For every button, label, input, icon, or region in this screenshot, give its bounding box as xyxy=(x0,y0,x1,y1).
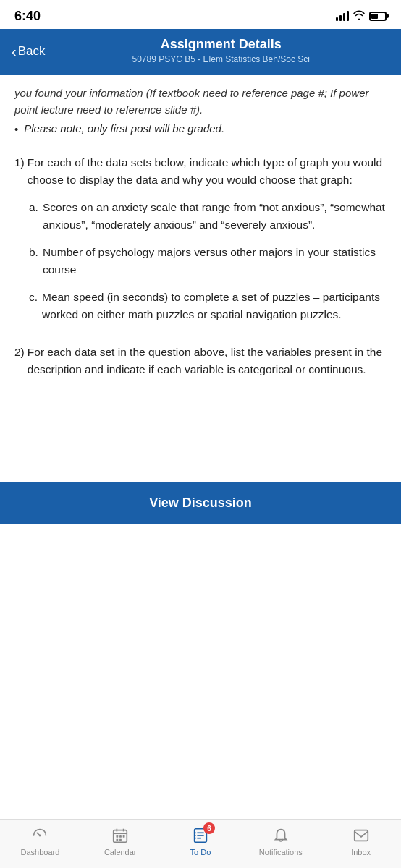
nav-label-dashboard: Dashboard xyxy=(20,848,59,856)
header-center: Assignment Details 50789 PSYC B5 - Elem … xyxy=(52,37,389,65)
sub-b-label: b. xyxy=(29,244,38,260)
bullet-item-1: Please note, only first post will be gra… xyxy=(14,121,387,138)
battery-icon xyxy=(369,12,387,21)
inbox-icon xyxy=(351,825,371,846)
question-2-block: 2) For each data set in the question abo… xyxy=(14,344,387,378)
sub-question-a: a. Scores on an anxiety scale that range… xyxy=(29,199,387,234)
nav-item-notifications[interactable]: Notifications xyxy=(240,825,321,856)
svg-rect-17 xyxy=(354,830,368,841)
nav-item-calendar[interactable]: Calendar xyxy=(80,825,161,856)
svg-point-0 xyxy=(39,835,41,837)
nav-item-dashboard[interactable]: Dashboard xyxy=(0,825,80,856)
nav-label-calendar: Calendar xyxy=(104,848,137,856)
question-2-row: 2) For each data set in the question abo… xyxy=(14,344,387,378)
content-area: you found your information (If textbook … xyxy=(0,75,401,468)
dashboard-icon xyxy=(30,825,50,846)
sub-question-c: c. Mean speed (in seconds) to complete a… xyxy=(29,289,387,323)
question-1-text: For each of the data sets below, indicat… xyxy=(28,154,387,189)
view-discussion-bar[interactable]: View Discussion xyxy=(0,482,401,524)
question-1-row: 1) For each of the data sets below, indi… xyxy=(14,154,387,189)
nav-label-todo: To Do xyxy=(190,848,211,856)
status-bar: 6:40 xyxy=(0,0,401,29)
status-time: 6:40 xyxy=(14,9,41,24)
nav-label-inbox: Inbox xyxy=(351,848,371,856)
sub-b-text: Number of psychology majors versus other… xyxy=(43,244,387,278)
sub-question-b: b. Number of psychology majors versus ot… xyxy=(29,244,387,278)
header-subtitle: 50789 PSYC B5 - Elem Statistics Beh/Soc … xyxy=(52,54,389,66)
svg-rect-8 xyxy=(119,839,122,841)
nav-item-todo[interactable]: 6 To Do xyxy=(161,825,241,856)
sub-a-label: a. xyxy=(29,199,38,216)
status-icons xyxy=(336,10,387,22)
sub-c-text: Mean speed (in seconds) to complete a se… xyxy=(42,289,387,323)
notifications-icon xyxy=(271,825,291,846)
bullet-text-1: Please note, only first post will be gra… xyxy=(24,121,224,137)
signal-bars-icon xyxy=(336,11,349,21)
bottom-nav: Dashboard Calendar xyxy=(0,819,401,868)
todo-badge: 6 xyxy=(203,822,215,834)
svg-rect-5 xyxy=(117,835,119,838)
svg-rect-9 xyxy=(123,835,125,838)
question-2-text: For each data set in the question above,… xyxy=(28,344,387,378)
nav-label-notifications: Notifications xyxy=(259,848,303,856)
todo-icon: 6 xyxy=(190,825,211,846)
question-1-number: 1) xyxy=(14,154,25,171)
question-2-number: 2) xyxy=(14,344,25,360)
back-chevron-icon: ‹ xyxy=(12,43,17,60)
svg-rect-7 xyxy=(117,839,119,841)
intro-text: you found your information (If textbook … xyxy=(14,85,387,118)
sub-c-label: c. xyxy=(29,289,38,305)
header-title: Assignment Details xyxy=(52,37,389,53)
calendar-icon xyxy=(110,825,130,846)
svg-rect-6 xyxy=(119,835,122,838)
question-1-block: 1) For each of the data sets below, indi… xyxy=(14,154,387,323)
nav-item-inbox[interactable]: Inbox xyxy=(321,825,401,856)
sub-a-text: Scores on an anxiety scale that range fr… xyxy=(43,199,387,234)
header: ‹ Back Assignment Details 50789 PSYC B5 … xyxy=(0,29,401,75)
wifi-icon xyxy=(353,10,365,22)
back-button[interactable]: ‹ Back xyxy=(12,43,45,60)
back-label: Back xyxy=(18,44,46,59)
view-discussion-button[interactable]: View Discussion xyxy=(149,495,252,510)
